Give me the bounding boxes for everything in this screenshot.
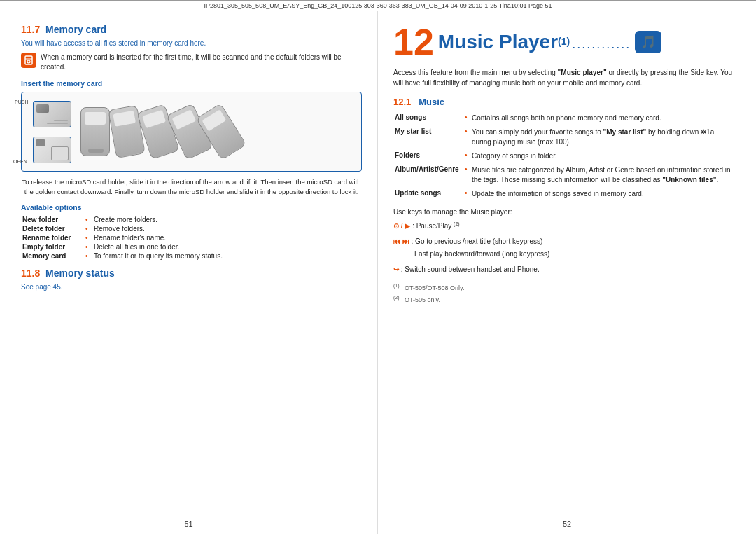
option-value: Create more folders.: [92, 215, 362, 224]
section-11-7-label: Memory card: [46, 24, 106, 35]
option-row: New folder • Create more folders.: [21, 215, 362, 224]
key-pause-play: ⊙ / ▶ : Pause/Play (2): [393, 220, 735, 233]
chapter-header: 12 Music Player(1) ............ 🎵: [393, 24, 735, 60]
header-bar: IP2801_305_505_508_UM_EASY_Eng_GB_24_100…: [0, 0, 756, 11]
option-row: Empty folder • Delete all files in one f…: [21, 242, 362, 251]
pause-play-symbol: ⊙ / ▶: [393, 222, 410, 230]
right-page-number: 52: [563, 520, 571, 528]
open-label: OPEN: [13, 159, 27, 164]
use-keys-text: Use keys to manage the Music player:: [393, 208, 735, 216]
music-row: Folders • Category of songs in folder.: [393, 149, 735, 163]
music-row: My star list • You can simply add your f…: [393, 125, 735, 149]
section-11-7-number: 11.7: [21, 24, 40, 35]
option-key: Rename folder: [21, 233, 84, 242]
footnote-2: (2) OT-505 only.: [393, 294, 735, 305]
option-key: New folder: [21, 215, 84, 224]
music-value: Contains all songs both on phone memory …: [470, 111, 735, 125]
music-key: My star list: [393, 125, 463, 149]
section-11-8: 11.8 Memory status See page 45.: [21, 268, 362, 291]
music-value: Category of songs in folder.: [470, 149, 735, 163]
option-row: Delete folder • Remove folders.: [21, 224, 362, 233]
section-12-1: 12.1 Music All songs • Contains all song…: [393, 97, 735, 201]
svg-point-2: [27, 60, 30, 63]
note-box: When a memory card is inserted for the f…: [21, 53, 362, 72]
music-bullet: •: [463, 111, 470, 125]
switch-text: : Switch sound between handset and Phone…: [401, 265, 540, 273]
music-table: All songs • Contains all songs both on p…: [393, 111, 735, 201]
section-11-8-number: 11.8: [21, 268, 40, 279]
music-key: Update songs: [393, 187, 463, 201]
chapter-intro: Access this feature from the main menu b…: [393, 67, 735, 88]
music-bullet: •: [463, 149, 470, 163]
section-11-7-intro: You will have access to all files stored…: [21, 39, 362, 47]
section-12-1-number: 12.1: [393, 97, 411, 107]
option-value: Rename folder's name.: [92, 233, 362, 242]
left-page: 11.7 Memory card You will have access to…: [0, 11, 378, 534]
option-row: Memory card • To format it or to query i…: [21, 251, 362, 261]
chapter-number: 12: [393, 24, 434, 60]
option-bullet: •: [84, 233, 92, 242]
music-value: Update the information of songs saved in…: [470, 187, 735, 201]
key-controls: ⊙ / ▶ : Pause/Play (2) ⏮ ⏭ : Go to previ…: [393, 220, 735, 276]
music-value: Music files are categorized by Album, Ar…: [470, 163, 735, 187]
left-page-number: 51: [184, 520, 192, 528]
footer-bar: [0, 534, 756, 555]
prev-next-subtext: Fast play backward/forward (long keypres…: [414, 248, 735, 261]
pause-play-text: : Pause/Play (2): [412, 222, 459, 230]
section-11-8-label: Memory status: [46, 268, 115, 279]
music-icon-box: 🎵: [635, 31, 662, 53]
music-key: Album/Artist/Genre: [393, 163, 463, 187]
music-row: Update songs • Update the information of…: [393, 187, 735, 201]
main-content: 11.7 Memory card You will have access to…: [0, 11, 756, 534]
option-key: Empty folder: [21, 242, 84, 251]
chapter-superscript: (1): [558, 36, 570, 47]
music-icon: 🎵: [640, 34, 656, 50]
section-12-1-label: Music: [419, 97, 444, 107]
right-page: 12 Music Player(1) ............ 🎵 Access…: [378, 11, 756, 534]
key-prev-next: ⏮ ⏭ : Go to previous /next title (short …: [393, 235, 735, 261]
option-key: Delete folder: [21, 224, 84, 233]
key-switch: ↪ : Switch sound between handset and Pho…: [393, 263, 735, 276]
switch-symbol: ↪: [393, 265, 399, 273]
music-key: Folders: [393, 149, 463, 163]
music-row: All songs • Contains all songs both on p…: [393, 111, 735, 125]
option-value: Delete all files in one folder.: [92, 242, 362, 251]
instructions-text: To release the microSD card holder, slid…: [21, 177, 362, 198]
footnote-1: (1) OT-505/OT-508 Only.: [393, 282, 735, 293]
music-key: All songs: [393, 111, 463, 125]
section-11-7: 11.7 Memory card You will have access to…: [21, 24, 362, 261]
option-key: Memory card: [21, 251, 84, 261]
prev-next-symbol: ⏮ ⏭: [393, 237, 410, 245]
header-text: IP2801_305_505_508_UM_EASY_Eng_GB_24_100…: [204, 2, 552, 9]
prev-next-text: : Go to previous /next title (short keyp…: [412, 237, 543, 245]
option-bullet: •: [84, 242, 92, 251]
phone-stack: [80, 107, 236, 156]
chapter-dots: ............: [572, 37, 631, 51]
options-table: New folder • Create more folders. Delete…: [21, 215, 362, 261]
memory-card-icon: [21, 53, 36, 68]
footnote-2-text: OT-505 only.: [405, 296, 440, 303]
section-12-1-title: 12.1 Music: [393, 97, 735, 107]
section-11-8-title: 11.8 Memory status: [21, 268, 362, 279]
card-image-box: PUSH OPEN: [21, 92, 362, 172]
insert-title: Insert the memory card: [21, 79, 362, 88]
option-value: Remove folders.: [92, 224, 362, 233]
chapter-title-text: Music Player: [438, 31, 558, 53]
options-title: Available options: [21, 203, 362, 212]
music-row: Album/Artist/Genre • Music files are cat…: [393, 163, 735, 187]
section-11-8-text: See page 45.: [21, 283, 362, 291]
music-value: You can simply add your favorite songs t…: [470, 125, 735, 149]
section-11-7-title: 11.7 Memory card: [21, 24, 362, 35]
card-diagram-left: PUSH OPEN: [27, 98, 76, 165]
option-bullet: •: [84, 224, 92, 233]
option-row: Rename folder • Rename folder's name.: [21, 233, 362, 242]
footnotes: (1) OT-505/OT-508 Only. (2) OT-505 only.: [393, 282, 735, 305]
music-bullet: •: [463, 125, 470, 149]
music-bullet: •: [463, 163, 470, 187]
music-bullet: •: [463, 187, 470, 201]
footnote-1-text: OT-505/OT-508 Only.: [405, 284, 464, 291]
option-bullet: •: [84, 215, 92, 224]
push-label: PUSH: [15, 99, 28, 104]
option-bullet: •: [84, 251, 92, 261]
note-text: When a memory card is inserted for the f…: [41, 53, 362, 72]
